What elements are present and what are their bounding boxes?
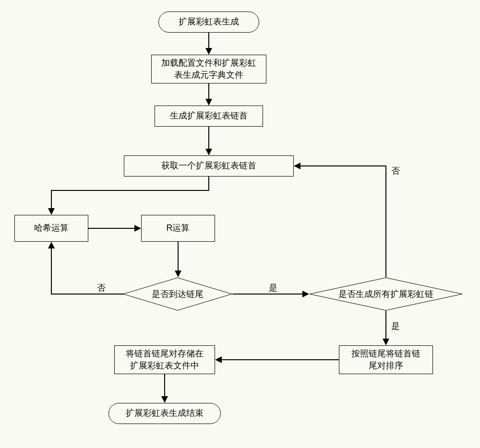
sort-pairs-box: 按照链尾将链首链 尾对排序: [339, 345, 433, 374]
arrow-head-icon: [205, 149, 212, 155]
end-label: 扩展彩虹表生成结束: [126, 407, 204, 419]
get-head-box: 获取一个扩展彩虹表链首: [124, 155, 294, 177]
r-op-label: R运算: [167, 222, 190, 234]
arrow-line: [385, 311, 386, 340]
all-chains-label: 是否生成所有扩展彩虹链: [338, 288, 433, 300]
r-op-box: R运算: [141, 215, 215, 242]
start-terminal: 扩展彩虹表生成: [158, 12, 259, 33]
hash-op-box: 哈希运算: [14, 215, 88, 242]
arrow-line: [178, 242, 179, 271]
arrow-head-icon: [383, 339, 389, 345]
arrow-line: [232, 294, 303, 295]
gen-head-box: 生成扩展彩虹表链首: [155, 106, 263, 127]
arrow-line: [208, 177, 209, 191]
arrow-line: [88, 228, 135, 229]
arrow-line: [385, 166, 386, 277]
store-pairs-label: 将链首链尾对存储在 扩展彩虹表文件中: [126, 348, 204, 372]
sort-pairs-label: 按照链尾将链首链 尾对排序: [351, 348, 420, 372]
arrow-line: [221, 359, 339, 360]
start-label: 扩展彩虹表生成: [179, 16, 239, 28]
arrow-head-icon: [48, 242, 55, 248]
arrow-line: [208, 83, 209, 100]
arrow-head-icon: [205, 48, 212, 55]
arrow-line: [208, 33, 209, 49]
reach-tail-label: 是否到达链尾: [152, 288, 204, 300]
load-config-box: 加载配置文件和扩展彩虹 表生成元字典文件: [151, 55, 266, 83]
store-pairs-box: 将链首链尾对存储在 扩展彩虹表文件中: [114, 345, 215, 374]
arrow-head-icon: [205, 99, 212, 106]
arrow-head-icon: [294, 163, 300, 169]
end-terminal: 扩展彩虹表生成结束: [108, 403, 221, 424]
arrow-head-icon: [302, 291, 309, 297]
arrow-line: [51, 190, 52, 209]
arrow-line: [51, 294, 124, 295]
arrow-line: [51, 190, 209, 191]
arrow-line: [164, 374, 165, 397]
arrow-head-icon: [48, 208, 55, 215]
edge-label-yes: 是: [269, 282, 277, 294]
all-chains-decision: 是否生成所有扩展彩虹链: [309, 277, 463, 311]
arrow-line: [51, 248, 52, 295]
edge-label-yes: 是: [391, 320, 400, 332]
arrow-line: [300, 165, 386, 166]
arrow-line: [208, 127, 209, 150]
arrow-head-icon: [175, 271, 181, 277]
load-config-label: 加载配置文件和扩展彩虹 表生成元字典文件: [161, 57, 256, 81]
edge-label-no: 否: [97, 282, 106, 294]
get-head-label: 获取一个扩展彩虹表链首: [161, 160, 256, 172]
edge-label-no: 否: [391, 165, 400, 177]
reach-tail-decision: 是否到达链尾: [123, 277, 232, 311]
arrow-head-icon: [134, 225, 141, 232]
arrow-head-icon: [215, 356, 222, 363]
gen-head-label: 生成扩展彩虹表链首: [170, 110, 248, 122]
hash-op-label: 哈希运算: [34, 222, 69, 234]
arrow-head-icon: [161, 396, 168, 403]
